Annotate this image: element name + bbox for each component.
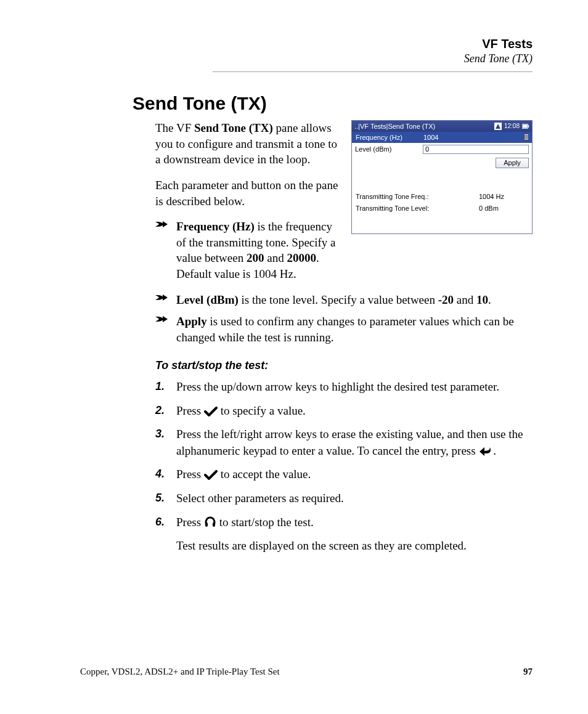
- param-frequency-value: 1004: [423, 133, 522, 142]
- step-number: 5.: [155, 490, 176, 505]
- section-breadcrumb: Send Tone (TX): [213, 52, 533, 65]
- bullet-text: Level (dBm) is the tone level. Specify a…: [176, 292, 533, 308]
- param-frequency-row[interactable]: Frequency (Hz) 1004: [352, 132, 532, 143]
- check-icon: [204, 468, 218, 481]
- back-arrow-icon: [478, 444, 493, 457]
- text-bold: Apply: [176, 315, 207, 328]
- text: Press: [176, 404, 204, 417]
- result-area: Transmitting Tone Freq.: 1004 Hz Transmi…: [352, 189, 532, 233]
- step-number: 3.: [155, 426, 176, 441]
- text-bold: Level (dBm): [176, 293, 239, 306]
- step-number: 6.: [155, 514, 176, 529]
- svg-rect-3: [528, 125, 529, 127]
- footer-product: Copper, VDSL2, ADSL2+ and IP Triple-Play…: [80, 667, 280, 677]
- text-bold: Send Tone (TX): [194, 121, 273, 134]
- text-bold: 200: [247, 251, 264, 264]
- result-freq-row: Transmitting Tone Freq.: 1004 Hz: [356, 191, 528, 203]
- step-1: 1. Press the up/down arrow keys to highl…: [155, 379, 533, 396]
- page-title: Send Tone (TX): [133, 93, 533, 114]
- step-text: Press to accept the value.: [176, 466, 533, 483]
- bullet-apply: Apply is used to confirm any changes to …: [155, 314, 533, 345]
- svg-rect-9: [213, 522, 215, 527]
- text: The VF: [155, 121, 194, 134]
- clock: 12:08: [504, 122, 520, 131]
- text: to accept the value.: [218, 468, 311, 481]
- bullet-text: Apply is used to confirm any changes to …: [176, 314, 533, 345]
- step-3: 3. Press the left/right arrow keys to er…: [155, 426, 533, 459]
- param-level-label: Level (dBm): [355, 145, 423, 154]
- running-header: VF Tests Send Tone (TX): [213, 37, 533, 72]
- text: Press: [176, 516, 204, 529]
- battery-icon: [522, 123, 529, 130]
- text-bold: 20000: [287, 251, 316, 264]
- procedure-heading: To start/stop the test:: [155, 358, 533, 373]
- apply-button[interactable]: Apply: [496, 158, 529, 168]
- step-5: 5. Select other parameters as required.: [155, 490, 533, 507]
- check-icon: [204, 404, 218, 417]
- result-level-value: 0 dBm: [479, 203, 528, 214]
- result-freq-label: Transmitting Tone Freq.:: [356, 191, 479, 203]
- step-number: 4.: [155, 466, 176, 481]
- param-level-input[interactable]: [423, 145, 529, 154]
- result-freq-value: 1004 Hz: [479, 191, 528, 203]
- text: and: [454, 293, 476, 306]
- device-title: ..|VF Tests|Send Tone (TX): [354, 122, 494, 131]
- text: Press the left/right arrow keys to erase…: [176, 428, 523, 457]
- result-level-row: Transmitting Tone Level: 0 dBm: [356, 203, 528, 214]
- step-text: Press to start/stop the test.: [176, 514, 533, 531]
- text: is the tone level. Specify a value betwe…: [239, 293, 438, 306]
- svg-marker-7: [163, 316, 168, 322]
- step-text: Press to specify a value.: [176, 403, 533, 420]
- bullet-frequency: Frequency (Hz) is the frequency of the t…: [155, 219, 343, 282]
- step-text: Press the up/down arrow keys to highligh…: [176, 379, 533, 396]
- step-text: Press the left/right arrow keys to erase…: [176, 426, 533, 459]
- svg-rect-8: [205, 522, 208, 527]
- chapter-title: VF Tests: [213, 37, 533, 51]
- step-2: 2. Press to specify a value.: [155, 403, 533, 420]
- device-screenshot: ..|VF Tests|Send Tone (TX) 12:08 Frequen…: [351, 120, 533, 234]
- step-4: 4. Press to accept the value.: [155, 466, 533, 483]
- text-bold: Frequency (Hz): [176, 220, 255, 233]
- arrow-bullet-icon: [155, 314, 176, 323]
- bullet-text: Frequency (Hz) is the frequency of the t…: [176, 219, 343, 282]
- body-content: ..|VF Tests|Send Tone (TX) 12:08 Frequen…: [155, 120, 533, 554]
- step-6: 6. Press to start/stop the test.: [155, 514, 533, 531]
- text: to start/stop the test.: [216, 516, 314, 529]
- manual-page: VF Tests Send Tone (TX) Send Tone (TX) .…: [0, 0, 588, 714]
- text-bold: 10: [476, 293, 488, 306]
- text: .: [488, 293, 491, 306]
- arrow-bullet-icon: [155, 219, 176, 229]
- apply-row: Apply: [352, 155, 532, 170]
- text: .: [493, 444, 496, 457]
- svg-marker-5: [163, 221, 168, 227]
- text: Press: [176, 468, 204, 481]
- step-text: Select other parameters as required.: [176, 490, 533, 507]
- headset-icon: [204, 516, 216, 529]
- param-frequency-label: Frequency (Hz): [356, 133, 423, 142]
- step-number: 2.: [155, 403, 176, 418]
- page-number: 97: [523, 667, 533, 677]
- device-titlebar: ..|VF Tests|Send Tone (TX) 12:08: [352, 121, 532, 132]
- row-grip-icon: [525, 134, 528, 140]
- text: to specify a value.: [218, 404, 306, 417]
- svg-marker-6: [163, 294, 168, 301]
- text: and: [264, 251, 287, 264]
- status-tray: 12:08: [494, 122, 529, 131]
- result-level-label: Transmitting Tone Level:: [356, 203, 479, 214]
- param-level-row[interactable]: Level (dBm): [352, 143, 532, 155]
- signal-icon: [494, 123, 502, 130]
- step-number: 1.: [155, 379, 176, 394]
- bullet-level: Level (dBm) is the tone level. Specify a…: [155, 292, 533, 308]
- text-bold: -20: [438, 293, 454, 306]
- svg-rect-4: [523, 124, 528, 128]
- text: is used to confirm any changes to parame…: [176, 315, 514, 344]
- arrow-bullet-icon: [155, 292, 176, 302]
- page-footer: Copper, VDSL2, ADSL2+ and IP Triple-Play…: [80, 667, 533, 677]
- step-6-note: Test results are displayed on the screen…: [176, 538, 533, 554]
